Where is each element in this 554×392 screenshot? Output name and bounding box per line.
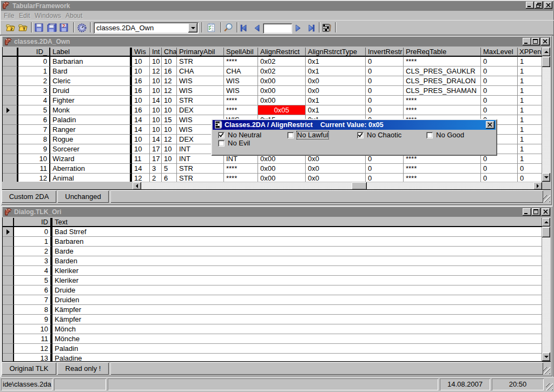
svg-text:?: ? (62, 23, 65, 29)
svg-text:T: T (23, 26, 25, 31)
svg-text:2: 2 (10, 26, 13, 31)
